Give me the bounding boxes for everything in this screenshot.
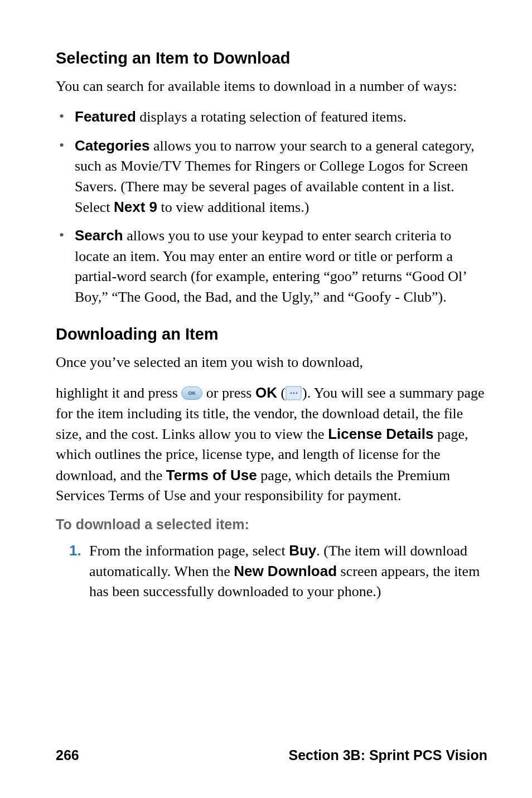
label-categories: Categories (75, 137, 149, 154)
para2-a: highlight it and press (56, 385, 181, 401)
svg-point-2 (296, 393, 298, 394)
ok-key-icon (181, 386, 202, 400)
bullet-featured: Featured displays a rotating selection o… (75, 107, 487, 127)
step-number: 1. (69, 540, 81, 560)
buy-label: Buy (289, 542, 316, 559)
subheading-download: To download a selected item: (56, 516, 487, 533)
newdl-label: New Download (234, 563, 337, 579)
ok-label: OK (255, 384, 277, 401)
terms-label: Terms of Use (166, 467, 257, 483)
label-featured: Featured (75, 108, 136, 125)
bullet-search: Search allows you to use your keypad to … (75, 225, 487, 307)
svg-point-0 (291, 393, 292, 394)
page-number: 266 (56, 747, 79, 763)
license-label: License Details (328, 425, 433, 442)
text-search: allows you to use your keypad to enter s… (75, 228, 466, 304)
para-once: Once you’ve selected an item you wish to… (56, 352, 487, 373)
page-footer: 266 Section 3B: Sprint PCS Vision (56, 747, 487, 763)
label-search: Search (75, 227, 123, 244)
heading-downloading: Downloading an Item (56, 325, 487, 344)
svg-point-1 (293, 393, 295, 394)
bullet-list: Featured displays a rotating selection o… (56, 107, 487, 307)
step-1: 1. From the information page, select Buy… (89, 540, 487, 602)
bullet-categories: Categories allows you to narrow your sea… (75, 136, 487, 218)
heading-selecting: Selecting an Item to Download (56, 49, 487, 67)
step1-a: From the information page, select (89, 543, 289, 559)
para2-b: or press (206, 385, 255, 401)
text-categories-b: to view additional items.) (157, 199, 309, 215)
para-highlight: highlight it and press or press OK ( ). … (56, 383, 487, 506)
text-featured: displays a rotating selection of feature… (136, 109, 407, 125)
step-list: 1. From the information page, select Buy… (56, 540, 487, 602)
label-next9: Next 9 (114, 199, 157, 215)
intro-para: You can search for available items to do… (56, 76, 487, 96)
para2-c: ( (280, 385, 286, 401)
section-label: Section 3B: Sprint PCS Vision (288, 747, 487, 763)
softkey-icon (286, 385, 302, 401)
